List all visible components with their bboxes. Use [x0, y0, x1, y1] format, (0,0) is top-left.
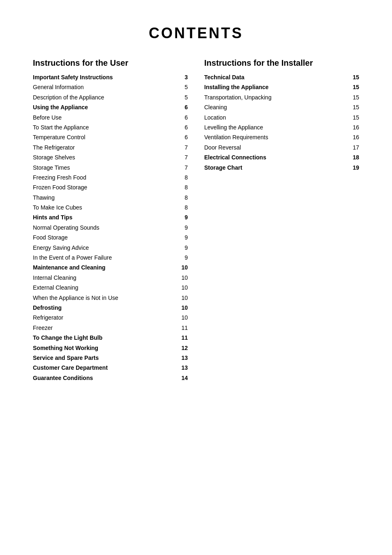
toc-entry-page: 7 — [180, 143, 188, 152]
toc-entry-page: 5 — [180, 93, 188, 102]
left-toc-entry: Maintenance and Cleaning10 — [33, 263, 188, 272]
toc-entry-label: Food Storage — [33, 233, 180, 242]
toc-entry-label: In the Event of a Power Failure — [33, 253, 180, 262]
left-toc-entry: Using the Appliance6 — [33, 103, 188, 112]
toc-entry-page: 10 — [180, 293, 188, 302]
toc-entry-label: Internal Cleaning — [33, 273, 180, 282]
toc-entry-page: 9 — [180, 223, 188, 232]
toc-entry-label: Energy Saving Advice — [33, 243, 180, 252]
toc-entry-page: 3 — [180, 73, 188, 82]
left-toc-entry: To Change the Light Bulb11 — [33, 333, 188, 342]
toc-entry-page: 8 — [180, 173, 188, 182]
toc-entry-page: 13 — [180, 353, 188, 362]
toc-entry-label: Service and Spare Parts — [33, 353, 180, 362]
toc-entry-page: 15 — [351, 113, 359, 122]
toc-entry-label: The Refrigerator — [33, 143, 180, 152]
left-toc-entry: Freezing Fresh Food8 — [33, 173, 188, 182]
right-toc-entry: Location15 — [204, 113, 359, 122]
toc-entry-page: 12 — [180, 343, 188, 352]
left-toc-entry: Freezer11 — [33, 323, 188, 332]
toc-entry-page: 9 — [180, 253, 188, 262]
left-column-heading: Instructions for the User — [33, 58, 188, 68]
toc-entry-label: Important Safety Instructions — [33, 73, 180, 82]
left-toc-entry: To Make Ice Cubes8 — [33, 203, 188, 212]
toc-entry-label: Location — [204, 113, 351, 122]
left-toc-entry: Temperature Control6 — [33, 133, 188, 142]
toc-entry-label: Normal Operating Sounds — [33, 223, 180, 232]
toc-entry-label: Description of the Appliance — [33, 93, 180, 102]
toc-entry-page: 7 — [180, 163, 188, 172]
toc-entry-page: 10 — [180, 313, 188, 322]
toc-entry-label: Storage Times — [33, 163, 180, 172]
toc-entry-page: 10 — [180, 263, 188, 272]
left-toc-entry: Thawing8 — [33, 193, 188, 202]
left-toc-entry: External Cleaning10 — [33, 283, 188, 292]
left-toc-entry: Something Not Working12 — [33, 343, 188, 352]
toc-entry-page: 15 — [351, 83, 359, 92]
right-toc-entry: Technical Data15 — [204, 73, 359, 82]
toc-entry-label: Thawing — [33, 193, 180, 202]
toc-entry-page: 15 — [351, 103, 359, 112]
toc-entry-page: 17 — [351, 143, 359, 152]
toc-entry-label: Hints and Tips — [33, 213, 180, 222]
toc-entry-label: Cleaning — [204, 103, 351, 112]
toc-entry-label: Freezing Fresh Food — [33, 173, 180, 182]
toc-entry-label: Ventilation Requirements — [204, 133, 351, 142]
toc-entry-page: 9 — [180, 233, 188, 242]
left-toc-entry: General Information5 — [33, 83, 188, 92]
right-column: Instructions for the Installer Technical… — [204, 58, 359, 173]
right-toc-entry: Transportation, Unpacking15 — [204, 93, 359, 102]
left-toc-entry: Hints and Tips9 — [33, 213, 188, 222]
toc-entry-page: 6 — [180, 103, 188, 112]
left-toc-entry: Normal Operating Sounds9 — [33, 223, 188, 232]
toc-entry-label: Before Use — [33, 113, 180, 122]
toc-entry-page: 14 — [180, 373, 188, 382]
left-toc-entry: Food Storage9 — [33, 233, 188, 242]
left-toc-entry: Description of the Appliance5 — [33, 93, 188, 102]
toc-entry-label: Door Reversal — [204, 143, 351, 152]
left-toc-entry: The Refrigerator7 — [33, 143, 188, 152]
right-entries-container: Technical Data15Installing the Appliance… — [204, 73, 359, 172]
page-title: CONTENTS — [33, 25, 359, 42]
toc-entry-page: 9 — [180, 243, 188, 252]
toc-entry-page: 16 — [351, 133, 359, 142]
toc-entry-page: 18 — [351, 153, 359, 162]
left-toc-entry: In the Event of a Power Failure9 — [33, 253, 188, 262]
right-toc-entry: Ventilation Requirements16 — [204, 133, 359, 142]
toc-entry-label: Installing the Appliance — [204, 83, 351, 92]
toc-entry-page: 10 — [180, 303, 188, 312]
toc-entry-page: 8 — [180, 183, 188, 192]
left-toc-entry: Service and Spare Parts13 — [33, 353, 188, 362]
toc-entry-label: Transportation, Unpacking — [204, 93, 351, 102]
toc-entry-page: 11 — [180, 323, 188, 332]
toc-entry-label: Levelling the Appliance — [204, 123, 351, 132]
left-toc-entry: Guarantee Conditions14 — [33, 373, 188, 382]
left-entries-container: Important Safety Instructions3General In… — [33, 73, 188, 382]
right-toc-entry: Door Reversal17 — [204, 143, 359, 152]
toc-entry-label: To Change the Light Bulb — [33, 333, 180, 342]
right-toc-entry: Storage Chart19 — [204, 163, 359, 172]
left-column: Instructions for the User Important Safe… — [33, 58, 188, 383]
toc-entry-label: Something Not Working — [33, 343, 180, 352]
right-toc-entry: Installing the Appliance15 — [204, 83, 359, 92]
toc-entry-page: 6 — [180, 113, 188, 122]
right-toc-entry: Electrical Connections18 — [204, 153, 359, 162]
left-toc-entry: Refrigerator10 — [33, 313, 188, 322]
toc-entry-page: 9 — [180, 213, 188, 222]
toc-entry-label: Customer Care Department — [33, 363, 180, 372]
right-column-heading: Instructions for the Installer — [204, 58, 359, 68]
toc-entry-page: 8 — [180, 203, 188, 212]
left-toc-entry: Before Use6 — [33, 113, 188, 122]
toc-entry-label: Technical Data — [204, 73, 351, 82]
toc-entry-label: Guarantee Conditions — [33, 373, 180, 382]
right-toc-entry: Levelling the Appliance16 — [204, 123, 359, 132]
left-toc-entry: Internal Cleaning10 — [33, 273, 188, 282]
toc-entry-label: To Start the Appliance — [33, 123, 180, 132]
left-toc-entry: Storage Shelves7 — [33, 153, 188, 162]
toc-entry-label: Storage Chart — [204, 163, 351, 172]
toc-entry-label: When the Appliance is Not in Use — [33, 293, 180, 302]
toc-entry-label: Electrical Connections — [204, 153, 351, 162]
toc-entry-label: Refrigerator — [33, 313, 180, 322]
toc-entry-label: Maintenance and Cleaning — [33, 263, 180, 272]
left-toc-entry: When the Appliance is Not in Use10 — [33, 293, 188, 302]
